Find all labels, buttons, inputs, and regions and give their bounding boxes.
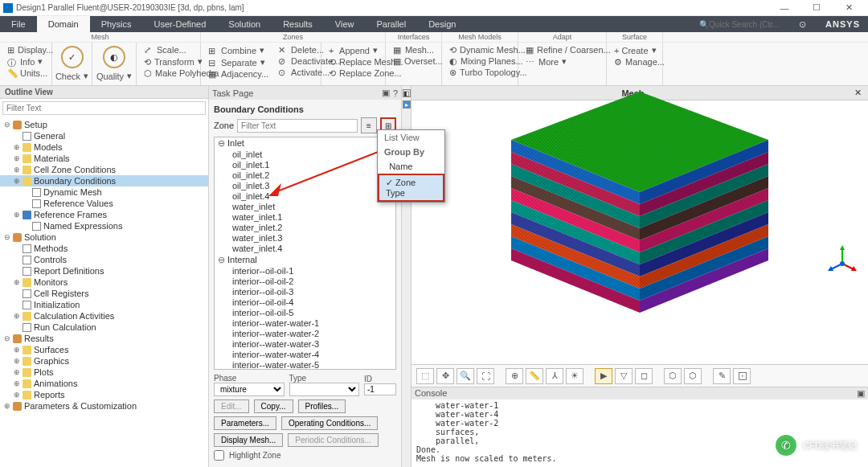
info-button[interactable]: ⓘInfo▾	[5, 55, 47, 68]
dynamic-mesh-button[interactable]: ⟲Dynamic Mesh...	[447, 44, 513, 55]
tree-item[interactable]: Controls	[0, 254, 208, 265]
profiles-button[interactable]: Profiles...	[298, 399, 346, 413]
mesh-viewport[interactable]	[411, 100, 868, 364]
zone-item[interactable]: interior--oil-oil-1	[215, 266, 395, 277]
vt-hidden[interactable]: ◻	[635, 368, 653, 384]
append-button[interactable]: +Append▾	[326, 44, 380, 56]
display-button[interactable]: ⊞Display...	[5, 44, 47, 55]
create-surface-button[interactable]: + Create▾	[612, 44, 657, 56]
tree-item[interactable]: ⊕Materials	[0, 153, 208, 164]
periodic-button[interactable]: Periodic Conditions...	[288, 433, 379, 447]
taskpage-help-icon[interactable]: ?	[393, 88, 398, 98]
menu-tab-solution[interactable]: Solution	[217, 16, 272, 32]
zone-sort-button[interactable]: ≡	[361, 117, 377, 133]
mixing-planes-button[interactable]: ◐Mixing Planes...	[447, 55, 513, 67]
zone-item[interactable]: interior--water-water-3	[215, 339, 395, 350]
outline-filter-input[interactable]	[2, 101, 206, 115]
zone-item[interactable]: interior--oil-oil-5	[215, 308, 395, 318]
zone-filter-input[interactable]	[237, 119, 358, 133]
maximize-button[interactable]: ☐	[800, 1, 833, 15]
vt-pan[interactable]: ✥	[436, 368, 454, 384]
vt-zoomfit[interactable]: ⛶	[477, 368, 494, 384]
zone-item[interactable]: interior--water-water-2	[215, 329, 395, 339]
zone-item[interactable]: oil_inlet.2	[215, 170, 395, 181]
replace-zone-button[interactable]: ⟲Replace Zone...	[326, 68, 380, 79]
console-undock-icon[interactable]: ▣	[857, 388, 865, 399]
zone-item[interactable]: interior--oil-oil-2	[215, 277, 395, 287]
zone-item[interactable]: water_inlet	[215, 202, 395, 212]
tree-item[interactable]: ⊖Results	[0, 333, 208, 344]
zone-item[interactable]: interior--oil-oil-4	[215, 297, 395, 308]
scale-button[interactable]: ⤢Scale...	[141, 44, 195, 55]
separate-button[interactable]: ⊟Separate▾	[206, 56, 271, 68]
menu-tab-domain[interactable]: Domain	[37, 16, 90, 32]
popup-zonetype[interactable]: ✓ Zone Type	[378, 174, 444, 202]
vt-zoom[interactable]: 🔍	[457, 368, 474, 384]
adjacency-button[interactable]: ▦Adjacency...	[206, 68, 271, 80]
type-select[interactable]	[289, 383, 360, 396]
tree-item[interactable]: Initialization	[0, 299, 208, 310]
vt-snapshot[interactable]: 🞔	[733, 368, 751, 384]
menu-tab-physics[interactable]: Physics	[90, 16, 143, 32]
zone-item[interactable]: interior--oil-oil-3	[215, 287, 395, 297]
tree-item[interactable]: ⊕Monitors	[0, 277, 208, 288]
copy-button[interactable]: Copy...	[254, 399, 293, 413]
viewport-close-button[interactable]: ✕	[851, 88, 865, 98]
tree-item[interactable]: Named Expressions	[0, 220, 208, 231]
tree-item[interactable]: ⊕Parameters & Customization	[0, 400, 208, 412]
operating-conditions-button[interactable]: Operating Conditions...	[281, 416, 378, 430]
edit-button[interactable]: Edit...	[214, 399, 249, 413]
tree-item[interactable]: Reference Values	[0, 198, 208, 209]
tree-item[interactable]: ⊕Animations	[0, 378, 208, 389]
vt-select[interactable]: ⬚	[416, 368, 434, 384]
zone-item[interactable]: interior--water-water-4	[215, 350, 395, 360]
zone-item[interactable]: oil_inlet.3	[215, 181, 395, 191]
vt-axis[interactable]: ⅄	[546, 368, 563, 384]
tree-item[interactable]: Dynamic Mesh	[0, 186, 208, 198]
tree-item[interactable]: ⊖Solution	[0, 231, 208, 243]
zone-group[interactable]: Internal	[215, 254, 395, 266]
tree-item[interactable]: ⊕Reference Frames	[0, 209, 208, 220]
adapt-more-button[interactable]: ⋯More▾	[523, 55, 601, 68]
tree-item[interactable]: ⊕Boundary Conditions	[0, 175, 208, 186]
display-mesh-button[interactable]: Display Mesh...	[214, 433, 283, 447]
tree-item[interactable]: ⊕Reports	[0, 389, 208, 400]
phase-select[interactable]: mixture	[214, 383, 285, 396]
quick-search[interactable]: 🔍	[693, 16, 788, 32]
zone-group[interactable]: Inlet	[215, 137, 395, 150]
zone-item[interactable]: interior--water-water-1	[215, 318, 395, 329]
turbo-button[interactable]: ⊗Turbo Topology...	[447, 67, 513, 78]
tree-item[interactable]: ⊕Models	[0, 141, 208, 153]
vt-shaded[interactable]: ▶	[595, 368, 612, 384]
vt-iso[interactable]: ⬡	[664, 368, 682, 384]
tree-item[interactable]: ⊕Surfaces	[0, 344, 208, 355]
popup-name[interactable]: Name	[378, 159, 444, 174]
sidebar-collapse-button[interactable]: ◧	[403, 89, 411, 97]
vt-persp[interactable]: ⬡	[684, 368, 702, 384]
sidebar-pin-button[interactable]: ▸	[403, 100, 411, 109]
menu-tab-file[interactable]: File	[0, 16, 37, 32]
quality-icon[interactable]: ◐	[103, 46, 125, 68]
menu-tab-results[interactable]: Results	[272, 16, 324, 32]
check-icon[interactable]: ✓	[61, 46, 84, 68]
units-button[interactable]: 📏Units...	[5, 68, 47, 79]
tree-item[interactable]: Methods	[0, 243, 208, 254]
id-input[interactable]	[364, 383, 396, 395]
close-button[interactable]: ✕	[833, 1, 865, 15]
help-icon[interactable]: ⊙	[788, 16, 817, 32]
menu-tab-parallel[interactable]: Parallel	[365, 16, 417, 32]
vt-probe[interactable]: ⊕	[506, 368, 523, 384]
tree-item[interactable]: General	[0, 130, 208, 141]
menu-tab-user-defined[interactable]: User-Defined	[143, 16, 218, 32]
combine-button[interactable]: ⊞Combine▾	[206, 44, 271, 56]
highlight-zone-checkbox[interactable]	[214, 450, 224, 461]
zone-item[interactable]: water_inlet.3	[215, 233, 395, 244]
transform-button[interactable]: ⟲Transform▾	[141, 55, 195, 68]
overset-button[interactable]: ▦Overset...	[391, 55, 436, 67]
taskpage-undock-icon[interactable]: ▣	[382, 88, 390, 98]
tree-item[interactable]: Run Calculation	[0, 322, 208, 333]
menu-tab-view[interactable]: View	[324, 16, 366, 32]
tree-item[interactable]: ⊕Plots	[0, 367, 208, 378]
vt-annotate[interactable]: ✎	[713, 368, 731, 384]
tree-item[interactable]: Cell Registers	[0, 288, 208, 299]
